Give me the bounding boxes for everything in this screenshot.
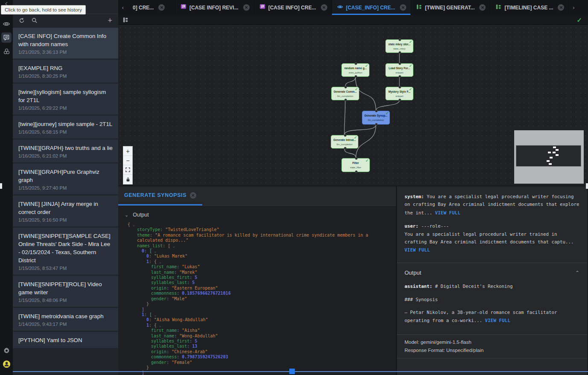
assistant-heading-line: assistant: # Digital Deceit's Reckoning <box>405 283 579 290</box>
graph-node-filter[interactable]: Filterstate_filter✓ <box>341 158 370 172</box>
bottom-resize-handle[interactable] <box>289 369 295 374</box>
json-line: origin: "Eastern European" <box>128 286 393 291</box>
search-icon[interactable] <box>32 18 38 23</box>
json-token: 13 <box>192 344 197 349</box>
minimap-node-dot <box>547 160 550 162</box>
user-view-full-link[interactable]: VIEW FULL <box>405 247 430 252</box>
prompt-title: [CASE INFO] Create Common Info with rand… <box>18 32 113 48</box>
llm-output-title: Output <box>405 269 421 277</box>
graph-node-generate_synopsis[interactable]: Generate Synop...llm_completion✓ <box>362 111 390 125</box>
json-line: last_name: "Wong-Abdullah" <box>128 334 393 339</box>
tab-scroll-left-icon[interactable]: ‹ <box>118 0 128 15</box>
node-success-check-icon: ✓ <box>409 87 412 91</box>
prompt-list-item[interactable]: [CASE INFO] Create Common Info with rand… <box>13 28 118 59</box>
collapse-chevron-icon[interactable]: ⌄ <box>157 323 161 328</box>
splitter-handle-right[interactable] <box>586 183 588 189</box>
synopsis-heading: ### Synopsis <box>405 296 579 304</box>
zoom-out-button[interactable]: − <box>123 156 132 165</box>
prompt-timestamp: 1/15/2025, 8:53:47 PM <box>18 266 113 271</box>
chevron-up-icon: ⌃ <box>575 269 579 277</box>
json-token: gender <box>151 360 166 365</box>
close-icon[interactable]: ✕ <box>190 192 196 199</box>
tab-generate-synopsis[interactable]: GENERATE SYNOPSIS ✕ <box>118 186 202 205</box>
refresh-icon[interactable] <box>19 18 25 23</box>
add-prompt-button[interactable]: + <box>108 16 112 25</box>
tab-scroll-right-icon[interactable]: › <box>569 0 578 15</box>
json-token: first_name <box>151 328 177 333</box>
eye-icon[interactable] <box>1 19 12 29</box>
node-type-label: exec_python <box>349 71 362 74</box>
json-token: 5 <box>195 275 197 280</box>
prompt-timestamp: 1/16/2025, 6:58:15 PM <box>18 129 113 135</box>
prompt-list-item[interactable]: [TWINE][GRAPH} two truths and a lie1/16/… <box>13 140 118 162</box>
json-line: gender: "Female" <box>128 360 393 365</box>
prompt-list-item[interactable]: [twine][syllogism] sample syllogism for … <box>13 84 118 114</box>
response-format-line: Response Format: Unspecified/plain <box>405 346 579 354</box>
graph-minimap[interactable] <box>514 130 584 184</box>
zoom-in-button[interactable]: + <box>123 146 132 156</box>
user-avatar-icon[interactable] <box>1 359 12 369</box>
collapse-chevron-icon[interactable]: ⌄ <box>130 223 135 227</box>
prompt-list-item[interactable]: [twine][journey] simple sample - 2T1L1/1… <box>13 116 118 138</box>
bottom-resize-rail[interactable] <box>13 371 588 372</box>
synopsis-text: — Petar Nikolov, a 38-year-old romance s… <box>405 310 557 323</box>
minimap-node-dot <box>553 146 556 148</box>
prompt-timestamp: 1/15/2025, 9:16:50 PM <box>18 217 113 223</box>
graph-node-generate_common[interactable]: Generate Comm...llm_completion✓ <box>331 87 359 100</box>
prompt-list-item[interactable]: [TWINE] [JINJA] Array merge in correct o… <box>13 196 118 226</box>
json-token: "A romance scam facilitator is killed by… <box>137 233 371 243</box>
lock-button[interactable] <box>123 175 132 184</box>
close-icon[interactable]: ✕ <box>479 4 486 11</box>
json-token: : <box>149 254 154 258</box>
assistant-view-full-link[interactable]: VIEW FULL <box>485 318 511 323</box>
collapse-chevron-icon[interactable]: ⌄ <box>152 313 157 317</box>
gear-icon[interactable] <box>1 345 12 355</box>
system-view-full-link[interactable]: VIEW FULL <box>435 210 461 215</box>
json-token: : <box>150 233 155 237</box>
knot-icon[interactable] <box>1 46 12 56</box>
synopsis-text-line: — Petar Nikolov, a 38-year-old romance s… <box>405 309 579 325</box>
close-icon[interactable]: ✕ <box>243 4 250 11</box>
editor-tab[interactable]: [CASE_INFO] CRE...✕ <box>332 0 411 15</box>
close-icon[interactable]: ✕ <box>158 4 165 11</box>
json-token: } <box>146 302 149 306</box>
prompt-list-item[interactable]: [TWINE][GRAPH]Pure Graphviz graph1/15/20… <box>13 164 118 194</box>
close-icon[interactable]: ✕ <box>558 4 564 11</box>
sidebar-toolbar: + <box>13 14 118 26</box>
fit-view-button[interactable] <box>123 165 132 175</box>
collapse-chevron-icon[interactable]: ⌄ <box>157 260 161 264</box>
json-token: syllables_first <box>151 275 189 280</box>
prompt-list-item[interactable]: [TWINE][SNIPPET][SAMPLE CASE] Online Thr… <box>13 228 118 275</box>
prompt-list-item[interactable]: [TWINE] metroidvania case graph1/14/2025… <box>13 308 118 331</box>
graph-node-load_story[interactable]: Load Story For...snippet✓ <box>385 63 413 77</box>
editor-tab[interactable]: 0] CRE...✕ <box>128 0 175 15</box>
tab-bar: ‹ 0] CRE...✕[CASE INFO] REVI...✕[CASE IN… <box>118 0 588 15</box>
prompt-list: [CASE INFO] Create Common Info with rand… <box>13 26 118 375</box>
prompt-flag-icon[interactable] <box>1 32 12 43</box>
auto-layout-icon[interactable] <box>122 17 129 23</box>
editor-tab[interactable]: [CASE INFO] REVI...✕ <box>175 0 254 15</box>
tab-label: [TWINE] GENERAT... <box>425 5 474 11</box>
json-token: origin <box>151 286 166 290</box>
graph-node-random_name[interactable]: random name g...exec_python✓ <box>341 63 370 77</box>
prompt-list-item[interactable]: [PYTHON] Yaml to JSON <box>13 332 118 348</box>
output-section-header[interactable]: ⌄ Output <box>118 206 396 221</box>
graph-node-generate_introd[interactable]: Generate Introd...llm_completion✓ <box>331 135 358 149</box>
close-icon[interactable]: ✕ <box>321 4 327 11</box>
graph-node-state_mkey_node[interactable]: state mkey stor...state_mkey✓ <box>385 39 413 53</box>
prompt-list-item[interactable]: [TWINE][SNIPPET][ROLE] Video game writer… <box>13 276 118 307</box>
prompt-list-item[interactable]: [EXAMPLE] RNG1/16/2025, 8:30:25 PM <box>13 60 118 82</box>
collapse-chevron-icon[interactable]: ⌄ <box>152 249 157 253</box>
model-info-footer: Model: gemini/gemini-1.5-flash Response … <box>397 334 587 358</box>
json-token: last_name <box>151 334 174 338</box>
graph-node-mystery_style[interactable]: Mystery Style F...snippet✓ <box>385 87 413 100</box>
close-icon[interactable]: ✕ <box>400 4 406 11</box>
llm-output-header[interactable]: Output ⌃ <box>405 269 579 277</box>
editor-tab[interactable]: [CASE INFO] CRE...✕ <box>254 0 332 15</box>
collapse-chevron-icon[interactable]: ⌄ <box>170 244 175 248</box>
splitter-handle-left[interactable] <box>0 183 2 189</box>
llm-detail-panel: system: You are a specialist legal proce… <box>397 186 587 375</box>
editor-tab[interactable]: [TIMELINE] CASE ...✕ <box>490 0 569 15</box>
editor-tab[interactable]: [TWINE] GENERAT...✕ <box>411 0 490 15</box>
json-token: commonness <box>151 291 177 296</box>
